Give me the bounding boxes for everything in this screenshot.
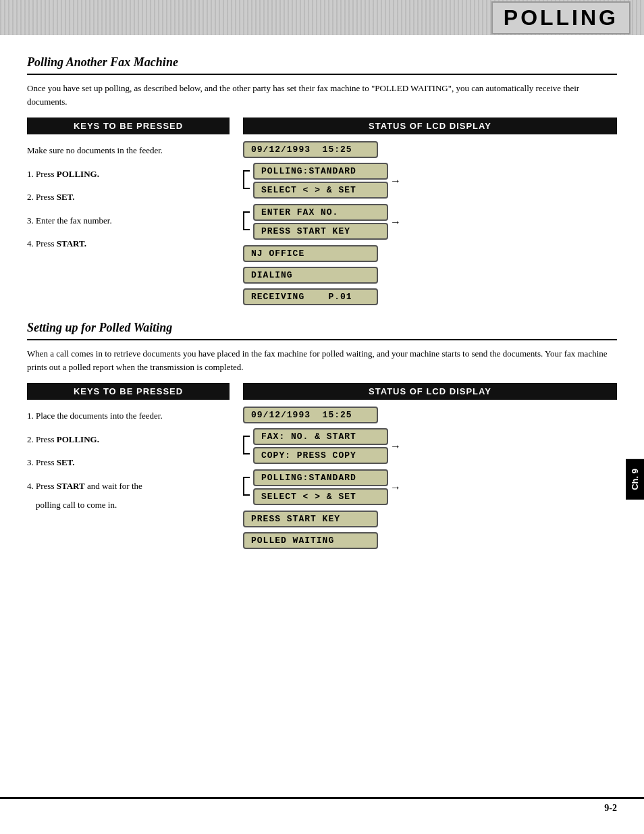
page-number: 9-2 — [604, 803, 617, 814]
lcd1-select-set: SELECT < > & SET — [253, 182, 388, 199]
lcd2-pair2-bracket — [243, 477, 253, 496]
lcd1-pair1-bracket — [243, 170, 253, 189]
lcd1-pair2-boxes: ENTER FAX NO. PRESS START KEY — [253, 204, 388, 240]
section2-table: KEYS TO BE PRESSED 1. Place the document… — [27, 383, 617, 551]
bracket4 — [243, 477, 251, 496]
section1-status-col: STATUS OF LCD DISPLAY 09/12/1993 15:25 — [243, 118, 617, 307]
section1: Polling Another Fax Machine Once you hav… — [27, 55, 617, 307]
lcd2-startkey-box: PRESS START KEY — [243, 511, 378, 527]
arrow1: → — [390, 175, 401, 187]
section1-title: Polling Another Fax Machine — [27, 55, 617, 70]
section1-status-header: STATUS OF LCD DISPLAY — [243, 118, 617, 134]
step-s1-2: 2. Press SET. — [27, 188, 230, 207]
lcd1-pair1-wrapper: POLLING:STANDARD SELECT < > & SET → — [243, 163, 617, 199]
lcd2-polling-standard: POLLING:STANDARD — [253, 469, 388, 486]
main-content: Polling Another Fax Machine Once you hav… — [0, 35, 644, 578]
step-s2-3: 3. Press SET. — [27, 453, 230, 473]
lcd2-startkey: PRESS START KEY — [243, 511, 617, 527]
lcd1-dialing-box: DIALING — [243, 267, 378, 284]
bracket3 — [243, 436, 251, 454]
section2-intro: When a call comes in to retrieve documen… — [27, 347, 617, 373]
section2-keys-header: KEYS TO BE PRESSED — [27, 383, 230, 400]
step-s2-4: 4. Press START and wait for the polling … — [27, 477, 230, 515]
step-s1-0: Make sure no documents in the feeder. — [27, 141, 230, 161]
arrow2: → — [390, 216, 401, 228]
page-title: POLLING — [491, 1, 630, 34]
section2-keys-col: KEYS TO BE PRESSED 1. Place the document… — [27, 383, 230, 551]
lcd2-pair1-wrapper: FAX: NO. & START COPY: PRESS COPY → — [243, 428, 617, 464]
lcd2-select-set: SELECT < > & SET — [253, 488, 388, 505]
lcd1-date: 09/12/1993 15:25 — [243, 141, 617, 158]
section1-keys-col: KEYS TO BE PRESSED Make sure no document… — [27, 118, 230, 307]
arrow4: → — [390, 481, 401, 494]
lcd1-dialing: DIALING — [243, 267, 617, 284]
section2-steps: 1. Place the documents into the feeder. … — [27, 407, 230, 515]
step-s1-4: 4. Press START. — [27, 234, 230, 254]
section2-divider — [27, 339, 617, 340]
lcd1-enter-fax: ENTER FAX NO. — [253, 204, 388, 221]
lcd1-date-box: 09/12/1993 15:25 — [243, 141, 378, 158]
section2-status-header: STATUS OF LCD DISPLAY — [243, 383, 617, 400]
lcd1-press-start-key: PRESS START KEY — [253, 223, 388, 240]
section1-lcd-container: 09/12/1993 15:25 POLLING:STANDA — [243, 141, 617, 307]
lcd1-pair1-boxes: POLLING:STANDARD SELECT < > & SET — [253, 163, 388, 199]
section1-intro: Once you have set up polling, as describ… — [27, 82, 617, 108]
section2: Setting up for Polled Waiting When a cal… — [27, 321, 617, 551]
lcd2-copy-press: COPY: PRESS COPY — [253, 447, 388, 464]
lcd2-waiting: POLLED WAITING — [243, 532, 617, 549]
page-footer: 9-2 — [0, 797, 644, 814]
lcd2-pair1-boxes: FAX: NO. & START COPY: PRESS COPY — [253, 428, 388, 464]
section2-lcd-container: 09/12/1993 15:25 FAX: NO. & STA — [243, 407, 617, 551]
lcd1-office: NJ OFFICE — [243, 245, 617, 262]
arrow3: → — [390, 440, 401, 452]
lcd1-pair2-bracket — [243, 211, 253, 230]
lcd2-pair2-wrapper: POLLING:STANDARD SELECT < > & SET → — [243, 469, 617, 505]
step-s1-3: 3. Enter the fax number. — [27, 211, 230, 231]
lcd1-office-box: NJ OFFICE — [243, 245, 378, 262]
section1-steps: Make sure no documents in the feeder. 1.… — [27, 141, 230, 254]
chapter-tab: Ch. 9 — [626, 459, 644, 500]
lcd1-pair2-wrapper: ENTER FAX NO. PRESS START KEY → — [243, 204, 617, 240]
step-s1-1: 1. Press POLLING. — [27, 165, 230, 184]
section1-keys-header: KEYS TO BE PRESSED — [27, 118, 230, 134]
lcd2-date: 09/12/1993 15:25 — [243, 407, 617, 423]
lcd2-waiting-box: POLLED WAITING — [243, 532, 378, 549]
lcd1-polling-standard: POLLING:STANDARD — [253, 163, 388, 180]
lcd2-pair1-bracket — [243, 436, 253, 454]
bracket2 — [243, 211, 251, 230]
lcd1-receiving: RECEIVING P.01 — [243, 288, 617, 305]
page-header: POLLING — [0, 0, 644, 35]
step-s2-2: 2. Press POLLING. — [27, 430, 230, 450]
lcd2-pair2-boxes: POLLING:STANDARD SELECT < > & SET — [253, 469, 388, 505]
section2-title: Setting up for Polled Waiting — [27, 321, 617, 335]
lcd2-fax-start: FAX: NO. & START — [253, 428, 388, 445]
lcd1-receiving-box: RECEIVING P.01 — [243, 288, 378, 305]
section2-status-col: STATUS OF LCD DISPLAY 09/12/1993 15:25 — [243, 383, 617, 551]
section1-divider — [27, 74, 617, 75]
lcd2-date-box: 09/12/1993 15:25 — [243, 407, 378, 423]
section1-table: KEYS TO BE PRESSED Make sure no document… — [27, 118, 617, 307]
step-s2-1: 1. Place the documents into the feeder. — [27, 407, 230, 426]
bracket1 — [243, 170, 251, 189]
